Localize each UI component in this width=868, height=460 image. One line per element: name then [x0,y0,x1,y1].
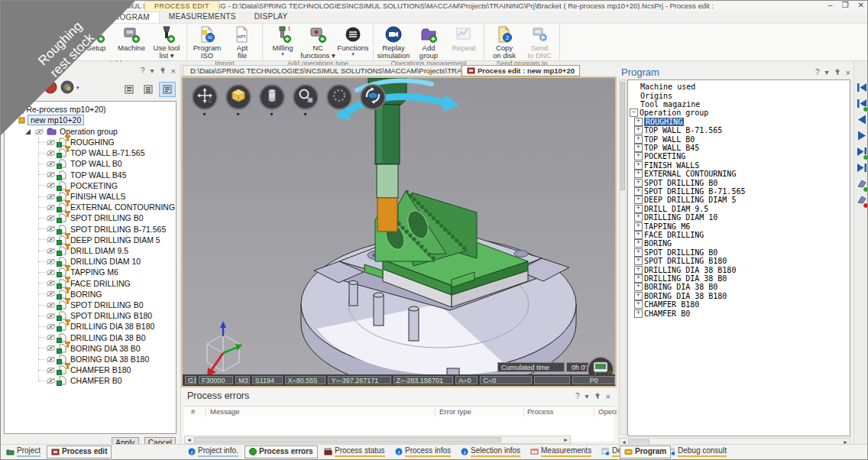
expand-icon[interactable]: + [634,248,643,257]
program-operation-item[interactable]: +FACE DRILLING [628,231,850,239]
visibility-off-icon[interactable] [46,356,56,363]
program-operation-item[interactable]: +SPOT DRILLING B-71.565 [628,187,850,196]
program-operation-item[interactable]: +BORING DIA 38 B0 [628,283,850,291]
tree-node-operation[interactable]: FACE DRILLING [5,278,176,289]
visibility-off-icon[interactable] [46,139,56,146]
panel-close-icon[interactable]: × [846,69,850,76]
program-operation-item[interactable]: +ROUGHING [628,118,850,126]
column-header[interactable]: # [191,407,195,416]
panel-close-icon[interactable]: × [171,67,176,75]
visibility-off-icon[interactable] [46,323,56,330]
tree-node-operation[interactable]: DRILLING DIAM 10 [5,256,176,267]
render-mode-button[interactable] [225,84,251,110]
visibility-off-icon[interactable] [46,150,56,157]
visibility-off-icon[interactable] [46,302,56,309]
visibility-off-icon[interactable] [46,236,56,243]
visibility-off-icon[interactable] [46,248,56,254]
selection-mode-button[interactable] [326,84,352,110]
chevron-down-icon[interactable]: ▼ [269,112,274,117]
program-operation-item[interactable]: +SPOT DRILLING B0 [628,248,850,257]
expand-icon[interactable]: + [634,161,643,170]
program-operation-item[interactable]: +TOP WALL B45 [628,144,850,152]
visibility-off-icon[interactable] [46,182,56,189]
chevron-down-icon[interactable]: ▾ [76,86,79,90]
tree-node-operation[interactable]: DRILL DIAM 9.5 [5,245,176,256]
list-view-detail-button[interactable] [159,82,176,97]
tab-process-edit-document[interactable]: Process edit : new mp10+20 [462,65,580,76]
expanded-marker-icon[interactable] [24,128,31,135]
add-breakpoint-button[interactable] [857,178,867,189]
tree-node-operation[interactable]: SPOT DRILLING B0 [5,212,176,223]
visibility-off-icon[interactable] [46,367,56,374]
tree-node-operation[interactable]: POCKETING [5,180,176,191]
ribbon-tab-display[interactable]: DISPLAY [245,11,297,23]
visibility-off-icon[interactable] [46,225,56,232]
visibility-off-icon[interactable] [46,258,56,265]
errors-horizontal-scrollbar[interactable]: ◄► [184,436,571,444]
chevron-down-icon[interactable]: ▾ [151,67,154,75]
program-vertical-scrollbar[interactable] [619,79,627,435]
visibility-off-icon[interactable] [46,204,56,211]
program-operation-item[interactable]: +POCKETING [628,152,850,160]
tree-node-operation[interactable]: DEEP DRILLING DIAM 5 [5,235,176,245]
expand-icon[interactable]: + [634,126,643,134]
program-operation-item[interactable]: +FINISH WALLS [628,161,850,170]
close-button[interactable]: ✕ [858,1,864,9]
program-operation-item[interactable]: +DRILL DIAM 9.5 [628,205,850,213]
expand-icon[interactable]: + [634,135,643,144]
program-group-item[interactable]: −Operation group [628,109,850,117]
program-operation-item[interactable]: +TAPPING M6 [628,222,850,230]
machine-button[interactable]: Machine [114,24,149,52]
program-operation-item[interactable]: +DRILLING DIA 38 B180 [628,265,850,274]
expand-icon[interactable]: + [634,213,643,222]
expand-icon[interactable]: + [634,309,643,318]
tree-node-operation[interactable]: TAPPING M6 [5,267,176,277]
pin-icon[interactable] [594,392,601,401]
panel-help-icon[interactable]: ? [815,69,820,76]
zoom-button[interactable] [293,84,319,110]
chevron-down-icon[interactable]: ▼ [202,112,207,117]
go-to-end-button[interactable] [857,162,867,173]
visibility-off-icon[interactable] [46,377,56,384]
use-tool-list-button[interactable]: Use tool list ▾ [149,24,184,60]
program-operation-item[interactable]: +BORING DIA 38 B180 [628,292,850,300]
expand-icon[interactable]: + [634,170,643,178]
next-operation-button[interactable] [857,146,867,157]
tree-node-operation-group[interactable]: Operation group [5,126,176,137]
expand-icon[interactable]: + [634,266,643,274]
column-header[interactable]: Error type [439,407,471,416]
pin-icon[interactable] [160,66,166,76]
play-forward-button[interactable] [857,130,867,141]
chevron-down-icon[interactable]: ▼ [303,112,308,117]
tree-node-operation[interactable]: ROUGHING [5,137,176,147]
program-operation-item[interactable]: +CHAMFER B180 [628,300,850,309]
tab-project[interactable]: Project [2,445,44,458]
add-group-button[interactable]: Add group [411,24,446,60]
tree-node-operation[interactable]: DRILLING DIA 38 B0 [5,332,176,343]
expand-icon[interactable]: + [634,257,643,265]
visibility-off-icon[interactable] [46,193,56,200]
visibility-off-icon[interactable] [46,280,56,287]
tree-node-operation[interactable]: DRILLING DIA 38 B180 [5,321,176,332]
settings-gear-icon[interactable] [60,80,74,97]
rotation-button[interactable] [360,84,386,110]
maximize-button[interactable]: ❐ [842,1,849,9]
tree-node-selected[interactable]: new mp10+20 [5,115,176,125]
program-item[interactable]: Origins [628,91,850,99]
expand-icon[interactable]: + [634,205,643,213]
tab-project-info-[interactable]: iProject info. [184,445,242,458]
tree-node-operation[interactable]: CHAMFER B0 [5,375,176,386]
program-operation-item[interactable]: +DEEP DRILLING DIAM 5 [628,196,850,204]
expand-icon[interactable]: + [634,239,643,248]
minimize-button[interactable]: – [828,1,833,9]
tree-node-operation[interactable]: SPOT DRILLING B180 [5,310,176,321]
program-operation-item[interactable]: +EXTERNAL CONTOURNING [628,170,850,178]
copy-on-disk-button[interactable]: 2Copy on disk [487,24,522,60]
program-iso-button[interactable]: NCProgram ISO [189,24,225,60]
visibility-off-icon[interactable] [46,313,56,319]
program-operation-item[interactable]: +DRILLING DIAM 10 [628,213,850,222]
tree-node-operation[interactable]: BORING [5,289,176,300]
visibility-off-icon[interactable] [46,290,56,297]
tree-node-operation[interactable]: FINISH WALLS [5,191,176,202]
tab-process-edit[interactable]: Process edit [47,445,112,458]
